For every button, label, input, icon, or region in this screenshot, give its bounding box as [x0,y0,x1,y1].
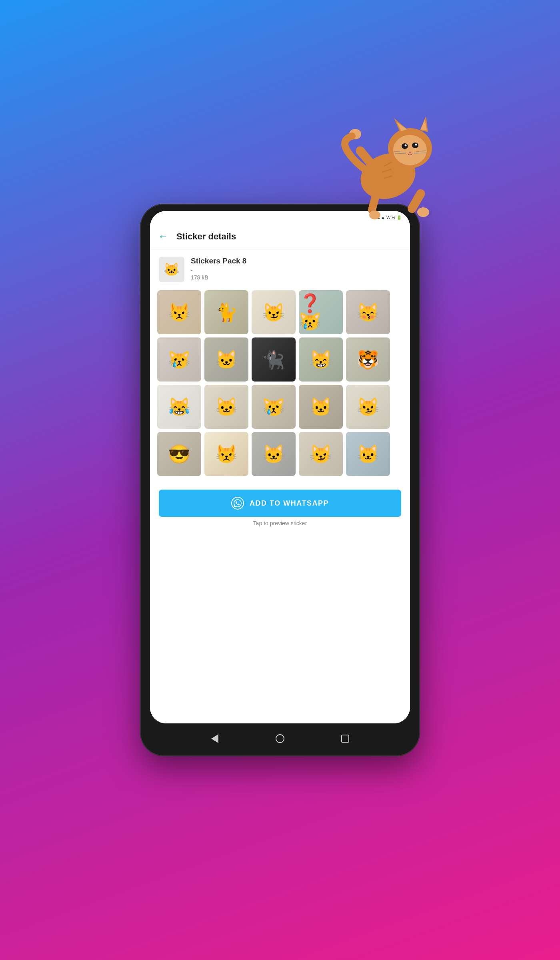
svg-point-7 [402,143,408,149]
svg-line-14 [414,151,426,152]
phone-frame: ▲▲▲ WiFi 🔋 ← Sticker details 🐱 Stickers … [140,204,420,756]
svg-line-13 [395,153,406,154]
sticker-item[interactable]: 🐈‍⬛ [252,337,296,382]
sticker-row: 😿 🐱 🐈‍⬛ 😸 🐯 [157,337,403,382]
svg-line-23 [382,169,391,172]
svg-marker-2 [394,118,408,132]
bottom-spacer [150,534,410,723]
svg-line-24 [384,176,392,178]
sticker-item[interactable]: 😼 [346,385,390,429]
pack-details: Stickers Pack 8 - 178 kB [191,257,246,281]
home-nav-button[interactable] [274,732,286,745]
sticker-item[interactable]: 😾 [204,432,248,476]
sticker-item[interactable]: 😎 [157,432,201,476]
sticker-item[interactable]: 🐯 [346,337,390,382]
add-to-whatsapp-button[interactable]: ADD TO WHATSAPP [159,490,401,517]
sticker-grid: 😾 🐈 😼 ❓😿 😽 😿 [150,286,410,484]
phone-screen: ▲▲▲ WiFi 🔋 ← Sticker details 🐱 Stickers … [150,211,410,723]
svg-marker-11 [408,151,412,153]
tap-preview-text: Tap to preview sticker [159,517,401,531]
svg-line-15 [414,153,426,153]
sticker-item[interactable]: 😿 [157,337,201,382]
svg-point-9 [405,145,407,147]
add-button-label: ADD TO WHATSAPP [250,499,329,508]
sticker-item[interactable]: 😹 [157,385,201,429]
sticker-item[interactable]: 😼 [299,432,343,476]
sticker-item[interactable]: 🐱 [204,385,248,429]
sticker-row: 😹 🐱 😿 🐱 😼 [157,385,403,429]
svg-line-22 [384,162,392,166]
svg-point-19 [417,207,429,217]
svg-point-10 [415,144,417,146]
svg-point-0 [354,146,422,206]
svg-marker-3 [420,116,428,132]
sticker-row: 😎 😾 🐱 😼 🐱 [157,432,403,476]
svg-marker-4 [397,122,407,131]
sticker-item[interactable]: 🐈 [204,290,248,334]
pack-name: Stickers Pack 8 [191,257,246,265]
sticker-item[interactable]: 😿 [252,385,296,429]
svg-point-8 [412,143,418,148]
back-button[interactable]: ← [158,230,168,243]
svg-marker-5 [421,119,427,131]
sticker-item[interactable]: 🐱 [252,432,296,476]
sticker-item[interactable]: 😾 [157,290,201,334]
sticker-item[interactable]: 🐱 [299,385,343,429]
sticker-item[interactable]: 😸 [299,337,343,382]
status-bar: ▲▲▲ WiFi 🔋 [150,211,410,224]
sticker-item[interactable]: 😽 [346,290,390,334]
pack-info: 🐱 Stickers Pack 8 - 178 kB [150,249,410,286]
sticker-row: 😾 🐈 😼 ❓😿 😽 [157,290,403,334]
page-title: Sticker details [176,231,236,242]
add-button-container: ADD TO WHATSAPP Tap to preview sticker [150,484,410,534]
bottom-nav [150,728,410,749]
recent-nav-button[interactable] [339,732,352,745]
svg-point-17 [349,129,361,139]
sticker-item[interactable]: 🐱 [204,337,248,382]
app-header: ← Sticker details [150,224,410,249]
svg-rect-16 [354,145,379,172]
whatsapp-icon [231,497,244,510]
sticker-item[interactable]: 🐱 [346,432,390,476]
svg-point-6 [393,135,427,165]
pack-size: 178 kB [191,274,246,281]
pack-author: - [191,267,246,273]
back-nav-button[interactable] [208,732,221,745]
sticker-item[interactable]: ❓😿 [299,290,343,334]
sticker-item[interactable]: 😼 [252,290,296,334]
pack-icon: 🐱 [159,257,184,282]
svg-line-12 [394,151,406,152]
svg-point-1 [388,128,432,168]
